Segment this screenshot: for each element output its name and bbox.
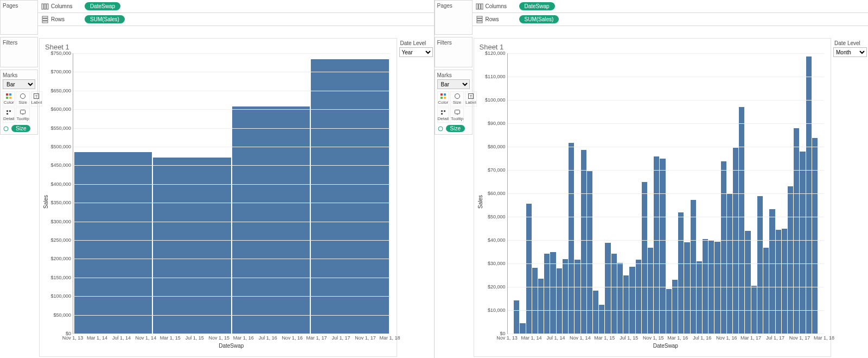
bar[interactable] [581,150,586,334]
y-tick: $10,000 [482,307,506,313]
svg-rect-9 [9,97,11,99]
bar[interactable] [550,252,556,334]
x-tick: Nov 1, 17 [789,335,810,341]
rows-shelf[interactable]: Rows SUM(Sales) [473,13,869,26]
rows-pill[interactable]: SUM(Sales) [85,15,125,23]
color-icon [440,93,446,99]
marks-type-select[interactable]: Bar [437,79,470,89]
bar[interactable] [691,200,696,334]
bar[interactable] [660,159,665,334]
bar[interactable] [769,209,775,334]
plot-area[interactable]: $0$50,000$100,000$150,000$200,000$250,00… [73,53,390,334]
marks-detail-button[interactable]: Detail [3,108,15,123]
date-level-select-left[interactable]: Year [399,47,433,57]
bar[interactable] [751,286,757,334]
bar[interactable] [672,280,678,334]
bar[interactable] [782,229,787,334]
bar[interactable] [563,259,568,334]
marks-color-button[interactable]: Color [437,91,449,106]
x-tick: Jul 1, 15 [620,335,638,341]
filters-panel[interactable]: Filters [0,37,38,67]
bar[interactable] [526,204,532,334]
bar[interactable] [611,254,617,334]
rows-pill[interactable]: SUM(Sales) [519,15,559,23]
filters-panel[interactable]: Filters [435,37,473,67]
bar[interactable] [623,275,629,334]
bar[interactable] [739,107,744,334]
size-icon [20,93,26,99]
bar[interactable] [617,263,623,334]
marks-detail-button[interactable]: Detail [437,108,449,123]
bar[interactable] [666,289,672,334]
y-axis-label: Sales [476,195,484,209]
svg-rect-34 [455,110,459,114]
x-tick: Mar 1, 16 [667,335,688,341]
bar[interactable] [74,152,152,334]
bar[interactable] [745,231,750,334]
svg-point-35 [438,127,443,131]
columns-pill[interactable]: DateSwap [85,2,120,10]
bar[interactable] [684,242,690,334]
size-pill[interactable]: Size [446,125,465,132]
bar[interactable] [575,260,580,334]
bar[interactable] [557,268,562,334]
y-tick: $70,000 [482,167,506,173]
marks-size-button[interactable]: Size [450,91,464,106]
bar[interactable] [794,128,799,334]
svg-rect-2 [47,4,48,9]
columns-shelf[interactable]: Columns DateSwap [38,0,434,13]
bar[interactable] [514,300,519,334]
bar[interactable] [629,267,635,334]
marks-panel: Marks Bar Color Size TLabel Detail Toolt… [435,70,473,135]
marks-label: Marks [3,72,35,78]
bar[interactable] [721,161,726,334]
x-tick: Nov 1, 16 [282,335,303,341]
marks-type-select[interactable]: Bar [3,79,35,89]
columns-shelf[interactable]: Columns DateSwap [473,0,869,13]
bar[interactable] [587,171,592,334]
marks-size-button[interactable]: Size [16,91,29,106]
marks-tooltip-button[interactable]: Tooltip [16,108,29,123]
bar[interactable] [232,106,310,334]
bar[interactable] [788,186,793,334]
marks-color-button[interactable]: Color [3,91,15,106]
pages-panel: Pages [0,0,38,35]
bar[interactable] [544,254,550,334]
svg-rect-19 [478,4,480,9]
bar[interactable] [812,138,818,334]
bar[interactable] [636,260,641,334]
rows-shelf[interactable]: Rows SUM(Sales) [38,13,434,26]
bar[interactable] [703,239,708,334]
svg-rect-18 [476,4,478,9]
bar[interactable] [776,230,781,334]
size-pill[interactable]: Size [11,125,30,132]
bar[interactable] [763,248,769,334]
bar[interactable] [593,291,598,334]
columns-pill[interactable]: DateSwap [519,2,555,10]
bar[interactable] [648,248,653,334]
x-tick: Jul 1, 17 [332,335,350,341]
bar[interactable] [599,305,604,334]
plot-area[interactable]: $0$10,000$20,000$30,000$40,000$50,000$60… [507,53,825,334]
bar[interactable] [714,242,720,334]
bar[interactable] [520,323,525,334]
size-icon [3,125,9,132]
bar[interactable] [678,212,684,334]
marks-tooltip-button[interactable]: Tooltip [450,108,464,123]
date-level-label: Date Level [834,40,867,46]
bar[interactable] [800,152,805,334]
bar[interactable] [642,182,647,334]
size-icon [437,125,444,132]
bar[interactable] [605,243,610,334]
date-level-select-right[interactable]: Month [833,47,867,57]
bar[interactable] [806,56,812,334]
bar[interactable] [569,143,574,334]
bar[interactable] [733,148,738,334]
bar[interactable] [697,261,702,334]
bar[interactable] [532,268,538,334]
x-tick: Mar 1, 14 [521,335,541,341]
bar[interactable] [654,156,659,334]
svg-rect-20 [481,4,483,9]
bar[interactable] [311,59,388,334]
svg-rect-22 [477,18,482,20]
